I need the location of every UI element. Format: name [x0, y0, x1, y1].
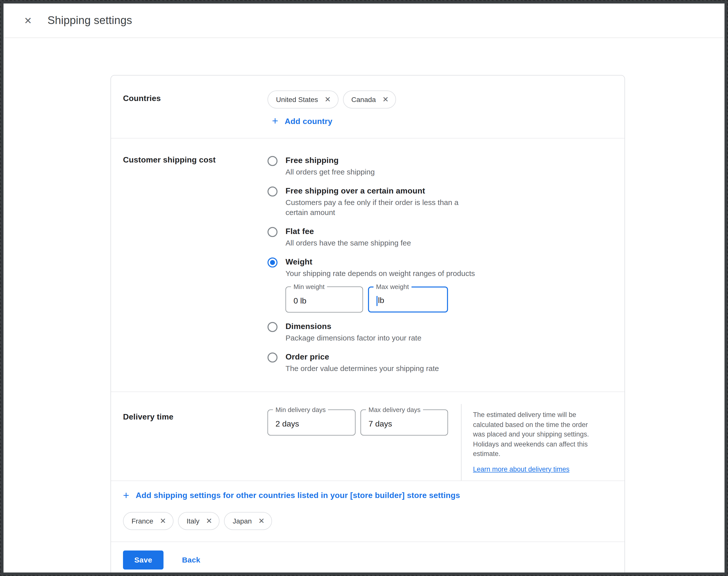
max-weight-value: lb — [378, 296, 384, 305]
screenshot-stage: ✕ Shipping settings Countries United Sta… — [0, 0, 728, 576]
shipping-cost-options: Free shipping All orders get free shippi… — [267, 155, 475, 374]
remove-icon[interactable]: ✕ — [258, 516, 264, 525]
other-countries-section: + Add shipping settings for other countr… — [111, 480, 624, 541]
radio-flat-fee[interactable] — [267, 227, 278, 237]
footer-actions: Save Back — [111, 541, 624, 575]
delivery-time-label: Delivery time — [123, 412, 267, 422]
add-country-button[interactable]: + Add country — [272, 116, 332, 126]
radio-weight-selected[interactable] — [267, 258, 278, 267]
max-delivery-days-value: 7 days — [369, 420, 392, 429]
radio-dimensions[interactable] — [267, 322, 278, 332]
plus-icon: + — [272, 115, 278, 126]
add-country-label: Add country — [285, 117, 332, 126]
country-chip-united-states[interactable]: United States ✕ — [267, 90, 338, 109]
add-shipping-settings-label: Add shipping settings for other countrie… — [136, 491, 460, 500]
option-order-price: Order price The order value determines y… — [267, 352, 475, 374]
remove-icon[interactable]: ✕ — [160, 516, 166, 525]
delivery-time-section: Delivery time Min delivery days 2 days M… — [111, 392, 624, 480]
dialog-header: ✕ Shipping settings — [3, 3, 725, 38]
shipping-cost-section: Customer shipping cost Free shipping All… — [111, 138, 624, 392]
option-description: All orders get free shipping — [286, 167, 375, 177]
option-flat-fee: Flat fee All orders have the same shippi… — [267, 227, 475, 248]
max-weight-field[interactable]: Max weight lb — [368, 287, 448, 313]
option-description: All orders have the same shipping fee — [286, 238, 411, 248]
delivery-days-fields: Min delivery days 2 days Max delivery da… — [267, 409, 448, 480]
option-description: Customers pay a fee only if their order … — [286, 198, 466, 218]
option-title: Order price — [286, 352, 439, 362]
other-countries-chip-list: France ✕ Italy ✕ Japan ✕ — [123, 512, 612, 530]
max-delivery-days-field[interactable]: Max delivery days 7 days — [360, 409, 448, 435]
country-chip-japan[interactable]: Japan ✕ — [224, 512, 272, 530]
chip-label: Canada — [351, 95, 376, 104]
chip-label: United States — [276, 95, 318, 104]
country-chip-canada[interactable]: Canada ✕ — [343, 90, 396, 109]
country-chip-france[interactable]: France ✕ — [123, 512, 174, 530]
option-title: Weight — [286, 257, 475, 267]
option-description: Your shipping rate depends on weight ran… — [286, 268, 475, 279]
save-button[interactable]: Save — [123, 550, 164, 569]
plus-icon: + — [123, 490, 129, 500]
option-title: Free shipping over a certain amount — [286, 186, 466, 196]
weight-range-fields: Min weight 0 lb Max weight lb — [286, 287, 475, 313]
option-description: The order value determines your shipping… — [286, 364, 439, 374]
shipping-settings-dialog: ✕ Shipping settings Countries United Sta… — [1, 1, 727, 575]
min-weight-value: 0 lb — [293, 296, 307, 306]
countries-chip-list: United States ✕ Canada ✕ — [267, 90, 396, 109]
option-title: Dimensions — [286, 321, 421, 332]
close-icon[interactable]: ✕ — [22, 14, 34, 27]
min-delivery-days-field[interactable]: Min delivery days 2 days — [267, 409, 355, 435]
max-weight-floating-label: Max weight — [374, 283, 411, 290]
radio-free-shipping-over-amount[interactable] — [267, 186, 278, 197]
radio-order-price[interactable] — [267, 352, 278, 363]
option-weight: Weight Your shipping rate depends on wei… — [267, 257, 475, 313]
add-shipping-settings-button[interactable]: + Add shipping settings for other countr… — [123, 490, 612, 501]
option-dimensions: Dimensions Package dimensions factor int… — [267, 321, 475, 343]
text-cursor — [377, 296, 378, 306]
shipping-cost-label: Customer shipping cost — [123, 155, 267, 165]
delivery-estimate-note: The estimated delivery time will be calc… — [461, 404, 602, 480]
back-button[interactable]: Back — [182, 555, 200, 564]
chip-label: Italy — [186, 517, 199, 525]
learn-more-delivery-times-link[interactable]: Learn more about delivery times — [473, 465, 570, 473]
country-chip-italy[interactable]: Italy ✕ — [178, 512, 220, 530]
radio-free-shipping[interactable] — [267, 156, 278, 166]
countries-section: Countries United States ✕ Canada ✕ — [111, 76, 624, 138]
delivery-note-text-2: Holidays and weekends can affect this es… — [473, 439, 599, 459]
remove-icon[interactable]: ✕ — [324, 95, 331, 104]
max-delivery-days-floating-label: Max delivery days — [366, 406, 423, 413]
delivery-note-text-1: The estimated delivery time will be calc… — [473, 410, 599, 439]
page-title: Shipping settings — [48, 14, 132, 27]
min-delivery-days-value: 2 days — [275, 420, 299, 429]
option-title: Flat fee — [286, 227, 411, 236]
chip-label: Japan — [233, 517, 252, 525]
option-title: Free shipping — [286, 155, 375, 166]
chip-label: France — [132, 517, 153, 525]
countries-label: Countries — [123, 94, 267, 103]
settings-card: Countries United States ✕ Canada ✕ — [111, 75, 625, 575]
min-delivery-days-floating-label: Min delivery days — [273, 406, 328, 413]
remove-icon[interactable]: ✕ — [206, 516, 212, 525]
option-free-shipping-over-amount: Free shipping over a certain amount Cust… — [267, 186, 475, 218]
min-weight-floating-label: Min weight — [291, 283, 327, 290]
remove-icon[interactable]: ✕ — [382, 95, 388, 104]
option-free-shipping: Free shipping All orders get free shippi… — [267, 155, 475, 177]
min-weight-field[interactable]: Min weight 0 lb — [286, 287, 363, 313]
option-description: Package dimensions factor into your rate — [286, 333, 421, 343]
